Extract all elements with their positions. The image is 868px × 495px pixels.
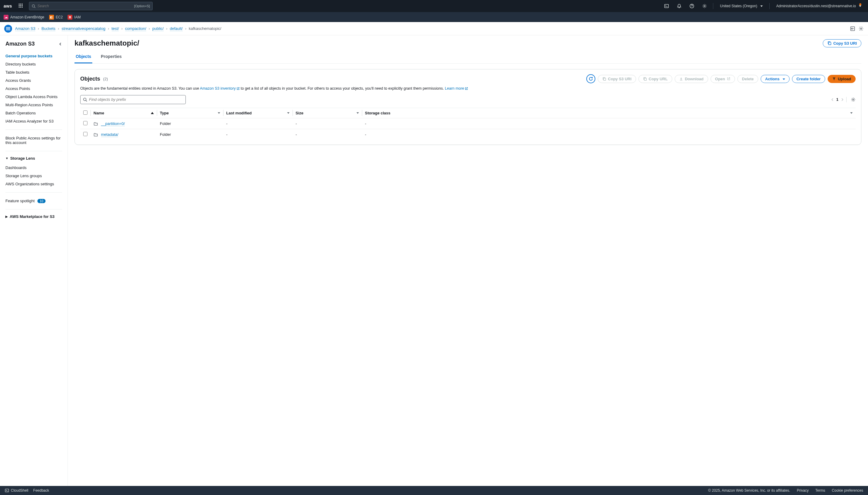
sidebar-item-multi-region[interactable]: Multi-Region Access Points bbox=[0, 101, 68, 109]
sidebar-group-marketplace[interactable]: ▶ AWS Marketplace for S3 bbox=[0, 212, 68, 221]
open-button[interactable]: Open bbox=[711, 75, 735, 83]
sidebar-item-access-points[interactable]: Access Points bbox=[0, 85, 68, 93]
copy-s3-uri-disabled-button[interactable]: Copy S3 URI bbox=[598, 75, 636, 83]
row-checkbox[interactable] bbox=[83, 132, 87, 136]
favorite-ec2[interactable]: ◧ EC2 bbox=[49, 15, 63, 20]
crumb-test[interactable]: test/ bbox=[111, 26, 119, 31]
tab-objects[interactable]: Objects bbox=[74, 51, 92, 63]
sidebar-item-block-public[interactable]: Block Public Access settings for this ac… bbox=[0, 134, 68, 147]
sidebar-item-directory-buckets[interactable]: Directory buckets bbox=[0, 60, 68, 68]
sidebar-item-general-buckets[interactable]: General purpose buckets bbox=[0, 52, 68, 60]
svg-rect-8 bbox=[603, 78, 606, 80]
external-link-icon bbox=[236, 87, 240, 90]
sort-menu-icon[interactable] bbox=[356, 112, 359, 114]
download-button[interactable]: Download bbox=[675, 75, 708, 83]
apps-icon[interactable] bbox=[16, 2, 26, 10]
sort-menu-icon[interactable] bbox=[218, 112, 220, 114]
breadcrumb-row: Amazon S3› Buckets› streamnativeopencata… bbox=[0, 22, 868, 35]
button-label: Copy S3 URI bbox=[608, 77, 632, 81]
sidebar-item-lens-groups[interactable]: Storage Lens groups bbox=[0, 172, 68, 180]
crumb-default[interactable]: default/ bbox=[170, 26, 183, 31]
button-label: Copy S3 URI bbox=[833, 41, 857, 46]
prev-page-icon[interactable] bbox=[831, 98, 834, 101]
table-settings-icon[interactable] bbox=[851, 97, 856, 102]
svg-point-6 bbox=[861, 28, 862, 29]
refresh-button[interactable] bbox=[586, 74, 595, 83]
sort-menu-icon[interactable] bbox=[287, 112, 289, 114]
objects-panel: Objects (2) Copy S3 URI Copy URL bbox=[74, 69, 861, 145]
sort-asc-icon[interactable] bbox=[151, 112, 154, 114]
copy-url-button[interactable]: Copy URL bbox=[638, 75, 672, 83]
chevron-right-icon: ▶ bbox=[5, 215, 8, 218]
upload-button[interactable]: Upload bbox=[828, 75, 856, 83]
region-selector[interactable]: United States (Oregon) bbox=[717, 2, 765, 10]
object-actions-icon[interactable] bbox=[850, 26, 855, 31]
sort-menu-icon[interactable] bbox=[850, 112, 853, 114]
settings-icon[interactable] bbox=[700, 2, 709, 10]
copy-icon bbox=[643, 77, 647, 81]
favorite-eventbridge[interactable]: ☁ Amazon EventBridge bbox=[4, 15, 45, 20]
button-label: Open bbox=[715, 77, 725, 81]
actions-button[interactable]: Actions bbox=[761, 75, 790, 83]
search-icon bbox=[32, 4, 36, 8]
favorite-label: Amazon EventBridge bbox=[10, 15, 45, 19]
object-link[interactable]: metadata/ bbox=[101, 132, 119, 137]
sidebar-item-table-buckets[interactable]: Table buckets bbox=[0, 68, 68, 76]
prefix-search[interactable] bbox=[80, 95, 186, 104]
favorite-iam[interactable]: ⛨ IAM bbox=[68, 15, 81, 20]
col-last-modified[interactable]: Last modified bbox=[226, 111, 252, 115]
chevron-down-icon bbox=[781, 77, 785, 81]
region-label: United States (Oregon) bbox=[720, 4, 757, 8]
object-link[interactable]: __partition=0/ bbox=[101, 121, 125, 126]
col-size[interactable]: Size bbox=[296, 111, 303, 115]
next-page-icon[interactable] bbox=[841, 98, 844, 101]
col-type[interactable]: Type bbox=[160, 111, 169, 115]
button-label: Create folder bbox=[797, 77, 821, 81]
row-checkbox[interactable] bbox=[83, 121, 87, 125]
table-row: __partition=0/ Folder - - - bbox=[80, 118, 856, 129]
col-name[interactable]: Name bbox=[93, 111, 104, 115]
sidebar-item-iam-analyzer[interactable]: IAM Access Analyzer for S3 bbox=[0, 117, 68, 125]
aws-logo[interactable]: aws bbox=[4, 4, 12, 8]
external-link-icon bbox=[465, 87, 468, 90]
cloudshell-icon[interactable] bbox=[662, 2, 671, 10]
sidebar-item-object-lambda[interactable]: Object Lambda Access Points bbox=[0, 93, 68, 101]
crumb-compaction[interactable]: compaction/ bbox=[125, 26, 146, 31]
crumb-buckets[interactable]: Buckets bbox=[42, 26, 55, 31]
refresh-icon bbox=[588, 76, 593, 81]
cell-storage-class: - bbox=[362, 118, 856, 129]
global-search[interactable]: [Option+S] bbox=[29, 2, 153, 10]
crumb-amazon-s3[interactable]: Amazon S3 bbox=[15, 26, 35, 31]
account-selector[interactable]: AdministratorAccess/dustin.nest@streamna… bbox=[773, 2, 864, 10]
sidebar-item-orgs-settings[interactable]: AWS Organizations settings bbox=[0, 180, 68, 188]
sidebar-group-storage-lens[interactable]: ▼ Storage Lens bbox=[0, 154, 68, 163]
tab-properties[interactable]: Properties bbox=[100, 51, 123, 63]
collapse-sidebar-icon[interactable] bbox=[58, 42, 62, 46]
cell-type: Folder bbox=[157, 118, 223, 129]
upload-icon bbox=[832, 77, 836, 81]
col-storage-class[interactable]: Storage class bbox=[365, 111, 391, 115]
cell-last-modified: - bbox=[223, 118, 293, 129]
create-folder-button[interactable]: Create folder bbox=[792, 75, 825, 83]
inventory-link[interactable]: Amazon S3 inventory bbox=[200, 86, 240, 90]
help-icon[interactable] bbox=[687, 2, 697, 10]
sidebar-item-dashboards[interactable]: Dashboards bbox=[0, 164, 68, 172]
spotlight-label: Feature spotlight bbox=[5, 199, 35, 203]
crumb-public[interactable]: public/ bbox=[152, 26, 164, 31]
learn-more-link[interactable]: Learn more bbox=[445, 86, 468, 90]
sidebar-item-batch-ops[interactable]: Batch Operations bbox=[0, 109, 68, 117]
side-nav-toggle[interactable] bbox=[4, 25, 12, 33]
search-input[interactable] bbox=[37, 4, 132, 8]
delete-button[interactable]: Delete bbox=[738, 75, 758, 83]
copy-s3-uri-button[interactable]: Copy S3 URI bbox=[823, 39, 861, 47]
eventbridge-icon: ☁ bbox=[4, 15, 8, 20]
select-all-checkbox[interactable] bbox=[83, 110, 87, 115]
crumb-bucket[interactable]: streamnativeopencatalog bbox=[61, 26, 105, 31]
prefix-search-input[interactable] bbox=[89, 97, 183, 102]
info-gear-icon[interactable] bbox=[858, 26, 864, 31]
sidebar-item-access-grants[interactable]: Access Grants bbox=[0, 76, 68, 85]
sidebar-item-feature-spotlight[interactable]: Feature spotlight 10 bbox=[0, 197, 68, 205]
button-label: Download bbox=[685, 77, 704, 81]
account-label: AdministratorAccess/dustin.nest@streamna… bbox=[776, 4, 856, 8]
notifications-icon[interactable] bbox=[674, 2, 684, 10]
